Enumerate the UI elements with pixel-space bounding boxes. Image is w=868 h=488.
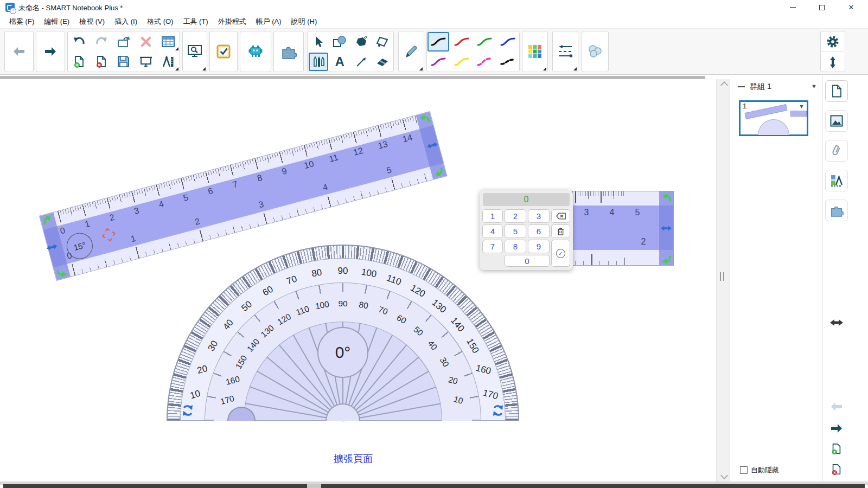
numpad-key-5[interactable]: 5 (505, 224, 526, 238)
menu-item[interactable]: 檔案 (F) (4, 15, 39, 29)
undo-button[interactable] (68, 31, 90, 52)
stroke-magenta-dashed[interactable] (473, 52, 496, 72)
rotate-handle-icon[interactable] (418, 113, 431, 126)
close-button[interactable]: ✕ (839, 0, 864, 15)
rotate-handle-icon[interactable] (55, 265, 68, 278)
menu-item[interactable]: 檢視 (V) (74, 15, 110, 29)
robot-activity-button[interactable] (240, 31, 271, 72)
toolbar-move-button[interactable] (821, 52, 845, 72)
rotate-handle-icon[interactable] (661, 193, 672, 204)
protractor-rotate-left-icon[interactable] (181, 403, 195, 418)
rotate-handle-icon[interactable] (661, 253, 672, 264)
polygon-pen-icon (354, 35, 368, 48)
line-tool[interactable] (350, 52, 372, 72)
menu-item[interactable]: 編輯 (E) (39, 15, 74, 29)
screen-capture-button[interactable] (182, 31, 207, 72)
previous-page-button[interactable] (828, 399, 845, 415)
forward-arrow-icon (43, 45, 58, 58)
numpad-key-1[interactable]: 1 (482, 209, 503, 223)
ruler-small-right-cap[interactable] (659, 191, 673, 265)
numpad-key-2[interactable]: 2 (505, 209, 526, 223)
menu-item[interactable]: 插入 (I) (110, 15, 142, 29)
stroke-yellow[interactable] (450, 52, 474, 72)
rotate-handle-icon[interactable] (42, 214, 55, 227)
resize-handle-icon[interactable] (425, 139, 438, 152)
polygon-tool[interactable] (350, 31, 372, 52)
measurement-tools-button[interactable] (157, 52, 180, 72)
trash-icon (557, 228, 564, 235)
numpad-key-9[interactable]: 9 (528, 240, 550, 253)
group-menu-icon[interactable]: ▼ (811, 83, 817, 89)
delete-page-button[interactable] (90, 52, 112, 72)
minimize-button[interactable] (780, 0, 805, 15)
page-thumbnail[interactable]: 1 ▼ (739, 100, 808, 136)
tab-gallery[interactable] (825, 110, 848, 132)
stroke-purple[interactable] (427, 52, 450, 72)
line-style-button[interactable] (552, 31, 578, 72)
text-tool[interactable]: A (329, 52, 351, 72)
paste-button[interactable] (112, 31, 135, 52)
pens-tool[interactable] (309, 53, 328, 71)
next-page-button[interactable] (828, 420, 845, 436)
menu-item[interactable]: 工具 (T) (178, 15, 213, 29)
protractor-rotate-right-icon[interactable] (491, 403, 505, 418)
check-answer-button[interactable] (209, 31, 238, 72)
stroke-black-dashed[interactable] (496, 52, 520, 72)
tab-addons[interactable] (825, 200, 848, 221)
cloud-tool-button[interactable] (582, 31, 609, 72)
panel-resize-grip[interactable] (720, 272, 724, 281)
autohide-checkbox[interactable] (740, 466, 748, 474)
tab-page-sorter[interactable] (825, 80, 848, 102)
color-palette-button[interactable] (522, 31, 548, 72)
select-tool[interactable] (308, 31, 329, 52)
autohide-control[interactable]: 自動隱藏 (740, 465, 779, 475)
forward-button[interactable] (36, 31, 65, 72)
presentation-button[interactable] (135, 52, 157, 72)
eraser-tool[interactable] (372, 52, 394, 72)
numpad-key-4[interactable]: 4 (482, 224, 503, 238)
stroke-green[interactable] (473, 31, 496, 52)
menu-item[interactable]: 說明 (H) (286, 15, 322, 29)
canvas-top-scrollbar[interactable] (0, 76, 705, 79)
redo-button[interactable] (90, 31, 112, 52)
tab-attachments[interactable] (825, 140, 848, 162)
addons-button[interactable] (273, 31, 304, 72)
extend-page-link[interactable]: 擴張頁面 (334, 452, 373, 465)
numpad-clear-button[interactable] (551, 224, 570, 238)
table-button[interactable] (157, 31, 180, 52)
delete-button[interactable] (135, 31, 157, 52)
resize-handle-icon[interactable] (660, 223, 671, 234)
tools-group: A (307, 31, 394, 72)
group-collapse-button[interactable] (738, 86, 745, 87)
page-menu-icon[interactable]: ▼ (799, 103, 805, 110)
numpad-key-3[interactable]: 3 (528, 209, 550, 223)
back-button[interactable] (4, 31, 34, 72)
tab-properties[interactable] (825, 170, 848, 191)
rotate-handle-icon[interactable] (431, 165, 444, 178)
maximize-button[interactable] (809, 0, 834, 15)
panel-width-toggle[interactable] (828, 314, 845, 331)
menu-item[interactable]: 外掛程式 (213, 15, 251, 29)
menu-item[interactable]: 帳戶 (A) (251, 15, 286, 29)
shapes-tool[interactable] (329, 31, 351, 52)
numpad-key-8[interactable]: 8 (505, 240, 526, 253)
stroke-blue[interactable] (496, 31, 520, 52)
stroke-red[interactable] (450, 31, 474, 52)
menu-item[interactable]: 格式 (O) (142, 15, 178, 29)
pen-style-button[interactable] (398, 31, 424, 72)
resize-handle-icon[interactable] (45, 241, 58, 254)
save-button[interactable] (112, 52, 135, 72)
delete-page-side-button[interactable] (828, 461, 845, 478)
protractor[interactable]: 0° 1020304050607080901001101201301401501… (167, 244, 519, 421)
add-page-side-button[interactable] (828, 441, 845, 457)
numpad-confirm-button[interactable]: ✓ (551, 240, 570, 267)
numpad-key-6[interactable]: 6 (528, 224, 550, 238)
fill-tool[interactable] (372, 31, 394, 52)
numpad-key-7[interactable]: 7 (482, 240, 503, 253)
add-page-button[interactable] (68, 52, 90, 72)
numpad-backspace-button[interactable] (551, 209, 570, 223)
toolbar-settings-button[interactable] (821, 31, 845, 52)
stroke-black[interactable] (427, 32, 449, 52)
bottom-scrollbar-thumb[interactable] (3, 484, 865, 488)
numpad-key-0[interactable]: 0 (505, 255, 550, 267)
